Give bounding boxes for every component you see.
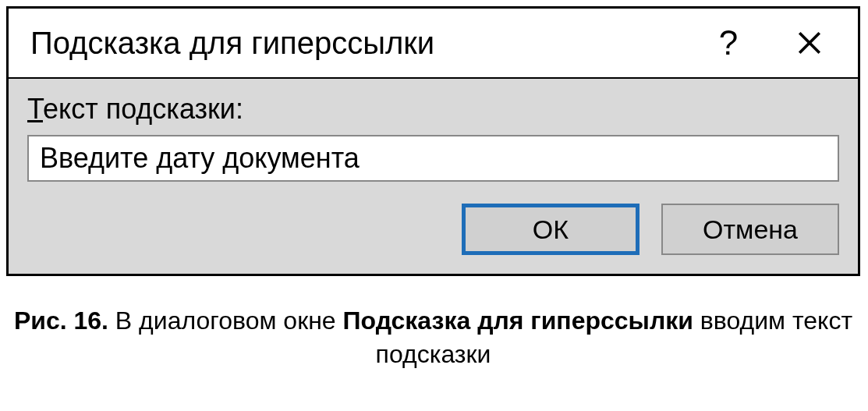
dialog-name-in-caption: Подсказка для гиперссылки bbox=[343, 306, 693, 335]
titlebar: Подсказка для гиперссылки ? bbox=[9, 9, 858, 77]
close-icon bbox=[796, 30, 823, 56]
tooltip-text-input[interactable] bbox=[27, 135, 839, 182]
ok-button[interactable]: ОК bbox=[462, 204, 639, 255]
figure-caption: Рис. 16. В диалоговом окне Подсказка для… bbox=[6, 304, 860, 371]
dialog-button-row: ОК Отмена bbox=[27, 204, 839, 255]
cancel-button[interactable]: Отмена bbox=[661, 204, 839, 255]
hyperlink-tooltip-dialog: Подсказка для гиперссылки ? Текст подска… bbox=[6, 6, 860, 276]
titlebar-buttons: ? bbox=[711, 23, 827, 62]
help-button[interactable]: ? bbox=[711, 23, 746, 62]
dialog-body: Текст подсказки: ОК Отмена bbox=[9, 77, 858, 274]
tooltip-text-label: Текст подсказки: bbox=[27, 93, 839, 126]
figure-number: Рис. 16. bbox=[14, 306, 108, 335]
close-button[interactable] bbox=[792, 23, 827, 62]
dialog-title: Подсказка для гиперссылки bbox=[30, 26, 711, 61]
